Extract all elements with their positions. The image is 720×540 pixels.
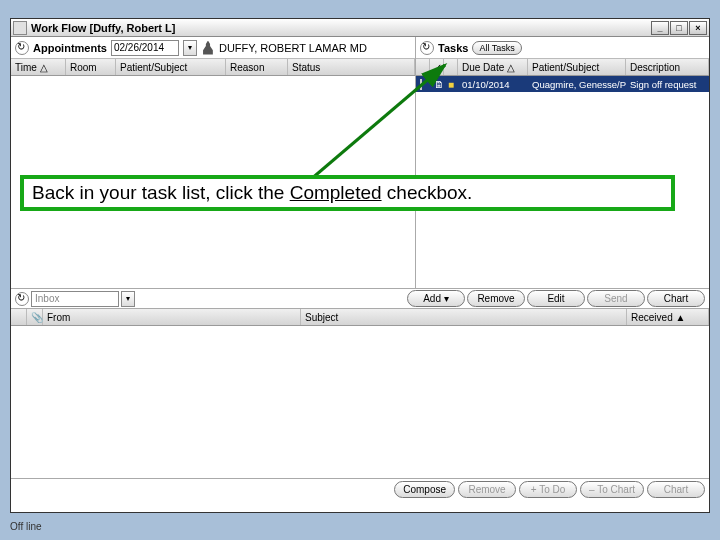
col-subject[interactable]: Subject [301, 309, 627, 325]
appointments-header: Appointments 02/26/2014 ▾ DUFFY, ROBERT … [11, 37, 415, 59]
chart-msg-button[interactable]: Chart [647, 481, 705, 498]
col-icon1[interactable] [416, 59, 430, 75]
refresh-icon[interactable] [15, 41, 29, 55]
task-row[interactable]: 🗎 ■ 01/10/2014 Quagmire, Genesse/P… Sign… [416, 76, 709, 92]
bottom-toolbar: Compose Remove + To Do – To Chart Chart [11, 478, 709, 500]
col-status[interactable]: Status [288, 59, 415, 75]
cell-patient: Quagmire, Genesse/P… [528, 79, 626, 90]
tasks-panel: Tasks All Tasks ✓ Due Date △ Patient/Sub… [416, 37, 709, 288]
maximize-button[interactable]: □ [670, 21, 688, 35]
chart-button[interactable]: Chart [647, 290, 705, 307]
remove-button[interactable]: Remove [467, 290, 525, 307]
callout-underline: Completed [290, 182, 382, 203]
inbox-select[interactable]: Inbox [31, 291, 119, 307]
col-task-patient[interactable]: Patient/Subject [528, 59, 626, 75]
inbox-list[interactable] [11, 326, 709, 478]
date-dropdown[interactable]: ▾ [183, 40, 197, 56]
send-button[interactable]: Send [587, 290, 645, 307]
date-input[interactable]: 02/26/2014 [111, 40, 179, 56]
tochart-button[interactable]: – To Chart [580, 481, 644, 498]
col-attach[interactable]: 📎 [27, 309, 43, 325]
inbox-columns: 📎 From Subject Received ▲ [11, 309, 709, 326]
edit-button[interactable]: Edit [527, 290, 585, 307]
minimize-button[interactable]: _ [651, 21, 669, 35]
titlebar: Work Flow [Duffy, Robert L] _ □ × [11, 19, 709, 37]
refresh-icon[interactable] [15, 292, 29, 306]
window-title: Work Flow [Duffy, Robert L] [31, 22, 175, 34]
inbox-panel: 📎 From Subject Received ▲ [11, 309, 709, 478]
workflow-window: Work Flow [Duffy, Robert L] _ □ × Appoin… [10, 18, 710, 513]
provider-name: DUFFY, ROBERT LAMAR MD [219, 42, 367, 54]
completed-checkbox[interactable] [420, 79, 422, 90]
note-icon: 🗎 [434, 79, 444, 90]
add-button[interactable]: Add ▾ [407, 290, 465, 307]
col-due[interactable]: Due Date △ [458, 59, 528, 75]
col-received[interactable]: Received ▲ [627, 309, 709, 325]
col-completed-checkbox[interactable]: ✓ [430, 59, 444, 75]
tasks-header: Tasks All Tasks [416, 37, 709, 59]
app-icon [13, 21, 27, 35]
tasks-columns: ✓ Due Date △ Patient/Subject Description [416, 59, 709, 76]
appointments-label: Appointments [33, 42, 107, 54]
inbox-dropdown[interactable]: ▾ [121, 291, 135, 307]
cell-due: 01/10/2014 [458, 79, 528, 90]
top-pane: Appointments 02/26/2014 ▾ DUFFY, ROBERT … [11, 37, 709, 288]
tasks-label: Tasks [438, 42, 468, 54]
close-button[interactable]: × [689, 21, 707, 35]
col-time[interactable]: Time △ [11, 59, 66, 75]
col-patient[interactable]: Patient/Subject [116, 59, 226, 75]
appt-columns: Time △ Room Patient/Subject Reason Statu… [11, 59, 415, 76]
compose-button[interactable]: Compose [394, 481, 455, 498]
remove-msg-button[interactable]: Remove [458, 481, 516, 498]
tasks-filter-button[interactable]: All Tasks [472, 41, 521, 55]
status-bar: Off line [10, 521, 42, 532]
instruction-callout: Back in your task list, click the Comple… [20, 175, 675, 211]
priority-icon: ■ [448, 79, 454, 90]
col-reason[interactable]: Reason [226, 59, 288, 75]
col-priority[interactable] [444, 59, 458, 75]
refresh-icon[interactable] [420, 41, 434, 55]
appointments-panel: Appointments 02/26/2014 ▾ DUFFY, ROBERT … [11, 37, 416, 288]
col-room[interactable]: Room [66, 59, 116, 75]
mid-toolbar: Inbox ▾ Add ▾ Remove Edit Send Chart [11, 288, 709, 309]
person-icon[interactable] [201, 41, 215, 55]
callout-post: checkbox. [382, 182, 473, 203]
col-flag[interactable] [11, 309, 27, 325]
col-desc[interactable]: Description [626, 59, 709, 75]
todo-button[interactable]: + To Do [519, 481, 577, 498]
cell-desc: Sign off request [626, 79, 709, 90]
callout-pre: Back in your task list, click the [32, 182, 290, 203]
col-from[interactable]: From [43, 309, 301, 325]
